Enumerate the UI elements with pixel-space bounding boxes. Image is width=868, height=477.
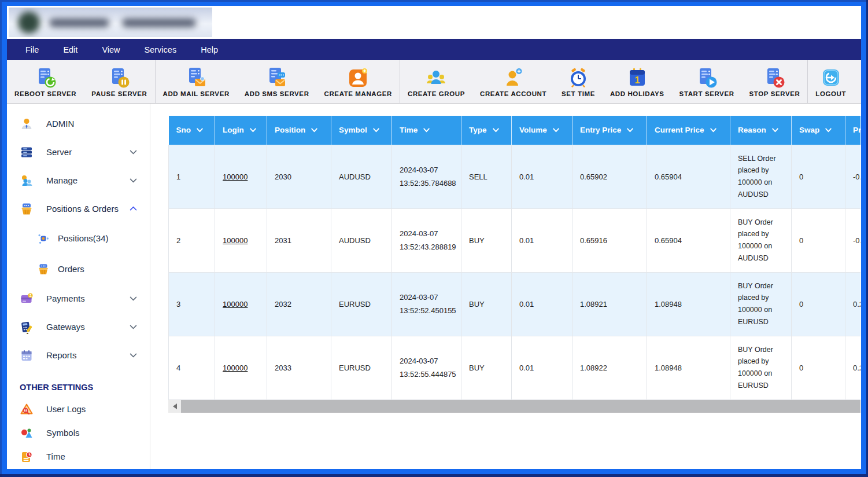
chevron-down-icon[interactable] (492, 126, 500, 134)
add-mail-server-button[interactable]: ADD MAIL SERVER (156, 60, 237, 103)
sidebar-item-label: Symbols (46, 428, 80, 438)
calendar-icon (20, 348, 34, 362)
server-stop-icon (763, 67, 785, 89)
chevron-down-icon[interactable] (311, 126, 318, 134)
column-header-time[interactable]: Time (392, 116, 461, 145)
pause-server-button[interactable]: PAUSE SERVER (84, 60, 154, 103)
login-link[interactable]: 100000 (223, 236, 248, 245)
table-row[interactable]: 1 100000 2030 AUDUSD 2024-03-07 13:52:35… (169, 145, 861, 208)
column-header-type[interactable]: Type (461, 116, 512, 145)
cell-current-price: 0.65904 (647, 208, 730, 272)
column-header-reason[interactable]: Reason (730, 116, 792, 145)
sidebar-item-time[interactable]: Time (7, 445, 150, 468)
sidebar-item-label: ADMIN (46, 119, 74, 129)
logout-button[interactable]: LOGOUT (808, 60, 854, 103)
column-header-current-price[interactable]: Current Price (647, 116, 730, 145)
cell-login: 100000 (215, 336, 267, 399)
chevron-down-icon[interactable] (710, 126, 717, 134)
column-header-volume[interactable]: Volume (512, 116, 572, 145)
scrollbar-thumb[interactable] (181, 400, 860, 413)
tool-label: PAUSE SERVER (91, 90, 147, 97)
positions-cube-icon (37, 232, 50, 245)
cell-sno: 2 (169, 208, 215, 272)
sidebar-item-label: User Logs (46, 404, 86, 414)
menu-edit[interactable]: Edit (63, 45, 77, 54)
window-frame: File Edit View Services Help REBOOT SERV… (0, 0, 868, 477)
column-header-label: Type (469, 126, 487, 134)
column-header-entry-price[interactable]: Entry Price (572, 116, 647, 145)
chevron-down-icon[interactable] (249, 126, 257, 134)
wallet-icon (20, 292, 34, 306)
server-sms-icon (266, 67, 288, 89)
cell-sno: 4 (169, 336, 215, 399)
chevron-down-icon[interactable] (196, 126, 204, 134)
cell-symbol: AUDUSD (331, 208, 392, 272)
sidebar-item-admin[interactable]: ADMIN (7, 109, 150, 138)
sidebar-item-positions-orders[interactable]: Positions & Orders (7, 195, 150, 223)
menu-services[interactable]: Services (145, 45, 177, 54)
cell-position: 2031 (267, 208, 331, 272)
stop-server-button[interactable]: STOP SERVER (742, 60, 808, 103)
create-account-button[interactable]: CREATE ACCOUNT (472, 60, 554, 103)
tool-label: CREATE ACCOUNT (480, 90, 546, 97)
add-sms-server-button[interactable]: ADD SMS SERVER (237, 60, 317, 103)
cell-current-price: 1.08948 (647, 336, 730, 399)
sidebar-item-user-logs[interactable]: $ User Logs (7, 397, 150, 421)
chevron-down-icon[interactable] (552, 126, 560, 134)
reboot-server-button[interactable]: REBOOT SERVER (7, 60, 84, 103)
column-header-swap[interactable]: Swap (792, 116, 845, 145)
column-header-label: Login (223, 126, 244, 134)
sidebar-item-manage[interactable]: Manage (7, 166, 150, 195)
chevron-down-icon[interactable] (771, 126, 779, 134)
table-row[interactable]: 3 100000 2032 EURUSD 2024-03-07 13:52:52… (169, 272, 861, 336)
cell-profit-clipped: -0. (845, 208, 861, 272)
column-header-position[interactable]: Position (267, 116, 331, 145)
column-header-label: Reason (738, 126, 766, 134)
login-link[interactable]: 100000 (223, 173, 248, 181)
menu-view[interactable]: View (102, 45, 120, 54)
cell-profit-clipped: 0.2 (845, 336, 861, 399)
server-reboot-icon (35, 67, 57, 89)
sidebar-item-reports[interactable]: Reports (7, 341, 150, 369)
redacted-title-text (49, 19, 109, 27)
start-server-button[interactable]: START SERVER (672, 60, 742, 103)
column-header-label: Swap (799, 126, 819, 134)
chevron-down-icon[interactable] (372, 126, 380, 134)
menu-help[interactable]: Help (201, 45, 218, 54)
sidebar-item-server[interactable]: Server (7, 138, 150, 166)
app-window: File Edit View Services Help REBOOT SERV… (7, 6, 861, 469)
order-basket-icon (37, 263, 50, 276)
sidebar-item-label: Gateways (46, 322, 85, 332)
sidebar-item-symbols[interactable]: Symbols (7, 421, 150, 445)
column-header-symbol[interactable]: Symbol (331, 116, 392, 145)
scroll-left-button[interactable] (168, 400, 181, 413)
admin-person-icon (20, 117, 34, 131)
sidebar-item-orders[interactable]: Orders (7, 254, 150, 284)
sidebar-item-gateways[interactable]: Gateways (7, 313, 150, 341)
menu-file[interactable]: File (25, 45, 39, 54)
table-row[interactable]: 4 100000 2033 EURUSD 2024-03-07 13:52:55… (169, 336, 861, 399)
login-link[interactable]: 100000 (223, 300, 248, 309)
column-header-profit-clipped[interactable]: Pr (845, 116, 861, 145)
horizontal-scrollbar[interactable] (168, 400, 860, 413)
create-manager-button[interactable]: CREATE MANAGER (317, 60, 400, 103)
table-row[interactable]: 2 100000 2031 AUDUSD 2024-03-07 13:52:43… (169, 208, 861, 272)
cell-reason: BUY Order placed by 100000 on EURUSD (730, 272, 792, 336)
set-time-button[interactable]: SET TIME (554, 60, 603, 103)
column-header-login[interactable]: Login (215, 116, 267, 145)
server-start-icon (696, 67, 718, 89)
create-group-button[interactable]: CREATE GROUP (400, 60, 472, 103)
cell-sno: 3 (169, 272, 215, 336)
tool-label: CREATE GROUP (408, 90, 465, 97)
column-header-sno[interactable]: Sno (169, 116, 215, 145)
sidebar-item-payments[interactable]: Payments (7, 284, 150, 313)
sidebar-item-label: Payments (46, 293, 85, 303)
calculator-icon (20, 320, 34, 334)
sidebar-item-positions[interactable]: Positions(34) (7, 223, 150, 254)
add-holidays-button[interactable]: 1 ADD HOLIDAYS (603, 60, 672, 103)
login-link[interactable]: 100000 (223, 364, 248, 372)
chevron-down-icon[interactable] (825, 126, 832, 134)
chevron-down-icon[interactable] (626, 126, 634, 134)
tool-label: LOGOUT (815, 90, 846, 97)
chevron-down-icon[interactable] (423, 126, 430, 134)
